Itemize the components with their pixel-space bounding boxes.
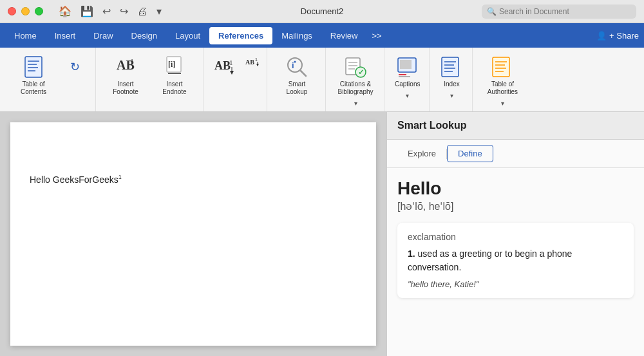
footnote-label: Insert Footnote [106,80,145,96]
close-button[interactable] [8,7,16,15]
smart-lookup-icon: i [285,55,308,79]
definition-text: used as a greeting or to begin a phone c… [408,248,572,272]
magnifier-icon: 🔍 [487,7,497,16]
definition-example: "hello there, Katie!" [408,279,623,289]
save-icon[interactable]: 💾 [80,5,93,17]
toc-icon [22,55,45,79]
captions-dropdown[interactable]: ▾ [402,91,413,100]
redo-icon[interactable]: ↪ [120,5,128,17]
footnote-icon: AB 1 [114,55,137,79]
authorities-dropdown-icon: ▾ [501,100,504,107]
definition-number: 1. [408,248,415,259]
share-icon: 👤 [596,31,607,41]
ribbon-toolbar: Table of Contents ↻ AB 1 Insert Footnote [0,48,644,112]
svg-marker-17 [256,64,259,66]
home-icon[interactable]: 🏠 [59,5,71,17]
svg-rect-32 [442,57,459,77]
maximize-button[interactable] [35,7,43,15]
ab-style-icon: AB 1 [214,55,237,79]
undo-icon[interactable]: ↩ [102,5,111,17]
share-button[interactable]: 👤 + Share [596,31,639,41]
content-area: Hello GeeksForGeeks1 Smart Lookup Explor… [0,112,644,356]
svg-text:✓: ✓ [358,68,364,76]
more-icon[interactable]: ▾ [156,5,162,17]
captions-button[interactable]: Captions [391,53,424,91]
traffic-lights [8,7,43,15]
share-label: + Share [609,31,639,41]
citations-button[interactable]: ✓ Citations & Bibliography [332,53,379,98]
document-body-text: Hello GeeksForGeeks [30,174,118,185]
style-group: AB 1 AB 1 [205,48,267,111]
smart-lookup-label: Smart Lookup [278,80,316,96]
toc-label: Table of Contents [14,80,53,96]
print-icon[interactable]: 🖨 [137,6,147,17]
search-input[interactable] [499,7,631,16]
index-icon [440,55,463,79]
smart-lookup-button[interactable]: i Smart Lookup [274,53,320,98]
menu-references[interactable]: References [209,27,272,44]
authorities-label: Table of Authorities [483,80,522,96]
captions-dropdown-icon: ▾ [406,92,409,99]
footnote-group: AB 1 Insert Footnote [i] Insert Endnote [97,48,204,111]
panel-content: Hello [həˈlō, heˈlō] exclamation 1. used… [387,168,644,356]
svg-rect-37 [493,57,509,77]
svg-text:AB: AB [245,59,254,66]
style-dropdown-1[interactable]: AB 1 [243,55,261,68]
authorities-dropdown[interactable]: ▾ [497,98,507,108]
endnote-label: Insert Endnote [155,80,194,96]
svg-text:AB: AB [214,59,231,72]
menu-layout[interactable]: Layout [166,27,209,44]
citations-icon: ✓ [344,55,367,79]
svg-line-19 [300,70,306,76]
table-of-contents-button[interactable]: Table of Contents [10,53,57,98]
citations-label: Citations & Bibliography [336,80,375,96]
refresh-icon: ↻ [63,55,86,79]
definition-type: exclamation [408,232,623,242]
definition-card: exclamation 1. used as a greeting or to … [397,223,634,298]
word-phonetic: [həˈlō, heˈlō] [397,200,634,212]
refresh-toc-button[interactable]: ↻ [59,53,90,81]
title-bar: 🏠 💾 ↩ ↪ 🖨 ▾ Document2 🔍 [0,0,644,23]
index-group: Index ▾ [431,48,473,111]
search-box[interactable]: 🔍 [482,5,636,19]
insert-endnote-button[interactable]: [i] Insert Endnote [151,53,198,98]
document-title: Document2 [301,6,343,16]
minimize-button[interactable] [21,7,30,15]
menu-mailings[interactable]: Mailings [272,27,321,44]
menu-insert[interactable]: Insert [46,27,85,44]
svg-text:i: i [292,61,294,70]
index-button[interactable]: Index [436,53,467,91]
menu-design[interactable]: Design [122,27,166,44]
tab-define[interactable]: Define [447,145,493,162]
smart-lookup-panel: Smart Lookup Explore Define Hello [həˈlō… [386,112,644,356]
captions-group: Captions ▾ [386,48,430,111]
menu-home[interactable]: Home [5,27,46,44]
word-title: Hello [397,178,634,199]
svg-text:1: 1 [229,59,233,66]
svg-text:1: 1 [255,57,258,62]
tab-explore[interactable]: Explore [397,145,446,162]
citations-dropdown-icon: ▾ [354,100,357,107]
ab-style-button[interactable]: AB 1 [210,53,241,81]
document-area[interactable]: Hello GeeksForGeeks1 [0,112,386,356]
citations-dropdown[interactable]: ▾ [350,98,361,108]
panel-tabs: Explore Define [387,140,644,168]
index-dropdown[interactable]: ▾ [446,91,457,100]
document-page: Hello GeeksForGeeks1 [10,122,376,346]
more-menus-button[interactable]: >> [366,27,386,44]
endnote-icon: [i] [163,55,186,79]
footnote-ref: 1 [118,174,122,180]
insert-footnote-button[interactable]: AB 1 Insert Footnote [102,53,149,98]
svg-text:1: 1 [130,57,134,66]
menu-review[interactable]: Review [321,27,367,44]
menu-draw[interactable]: Draw [84,27,122,44]
definition-numbered: 1. used as a greeting or to begin a phon… [408,247,623,274]
panel-title: Smart Lookup [387,112,644,140]
svg-text:[i]: [i] [168,60,175,69]
smart-lookup-group: i Smart Lookup [269,48,326,111]
captions-icon [396,55,419,79]
svg-point-21 [294,61,296,63]
table-of-authorities-button[interactable]: Table of Authorities [479,53,526,98]
svg-rect-29 [400,60,412,69]
svg-rect-0 [25,57,42,77]
